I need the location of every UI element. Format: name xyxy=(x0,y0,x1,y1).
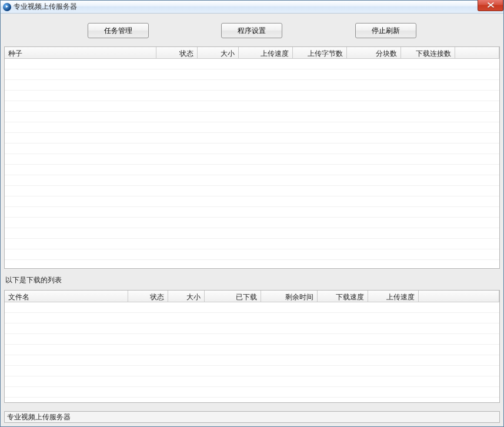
close-icon xyxy=(488,2,494,8)
close-button[interactable] xyxy=(478,0,503,11)
table-row[interactable] xyxy=(5,387,499,398)
table-row[interactable] xyxy=(5,196,499,207)
client-area: 任务管理 程序设置 停止刷新 种子 状态 大小 上传速度 上传字节数 分块数 下… xyxy=(1,14,503,426)
col-dl-status[interactable]: 状态 xyxy=(128,291,168,302)
titlebar[interactable]: 专业视频上传服务器 xyxy=(1,1,503,14)
col-upload-speed[interactable]: 上传速度 xyxy=(239,47,293,58)
download-grid-body[interactable] xyxy=(5,302,499,402)
table-row[interactable] xyxy=(5,355,499,366)
upload-grid[interactable]: 种子 状态 大小 上传速度 上传字节数 分块数 下载连接数 xyxy=(5,47,499,268)
col-chunks[interactable]: 分块数 xyxy=(347,47,401,58)
table-row[interactable] xyxy=(5,91,499,101)
table-row[interactable] xyxy=(5,218,499,228)
app-icon xyxy=(3,3,11,11)
table-row[interactable] xyxy=(5,334,499,345)
upload-grid-body[interactable] xyxy=(5,59,499,268)
table-row[interactable] xyxy=(5,101,499,112)
table-row[interactable] xyxy=(5,345,499,355)
table-row[interactable] xyxy=(5,376,499,387)
download-grid-header[interactable]: 文件名 状态 大小 已下载 剩余时间 下载速度 上传速度 xyxy=(5,291,499,302)
table-row[interactable] xyxy=(5,207,499,218)
col-dl-tail[interactable] xyxy=(419,291,499,302)
table-row[interactable] xyxy=(5,228,499,239)
statusbar-text: 专业视频上传服务器 xyxy=(7,412,71,422)
col-download-connections[interactable]: 下载连接数 xyxy=(401,47,455,58)
col-remaining-time[interactable]: 剩余时间 xyxy=(261,291,318,302)
table-row[interactable] xyxy=(5,133,499,144)
table-row[interactable] xyxy=(5,112,499,122)
download-section-label: 以下是下载的列表 xyxy=(4,271,500,288)
table-row[interactable] xyxy=(5,366,499,376)
table-row[interactable] xyxy=(5,302,499,313)
window-title: 专业视频上传服务器 xyxy=(14,2,77,12)
table-row[interactable] xyxy=(5,122,499,133)
table-row[interactable] xyxy=(5,175,499,186)
upload-grid-header[interactable]: 种子 状态 大小 上传速度 上传字节数 分块数 下载连接数 xyxy=(5,47,499,59)
task-manager-button[interactable]: 任务管理 xyxy=(88,23,149,38)
download-grid[interactable]: 文件名 状态 大小 已下载 剩余时间 下载速度 上传速度 xyxy=(5,291,499,402)
table-row[interactable] xyxy=(5,165,499,175)
table-row[interactable] xyxy=(5,239,499,249)
col-tail[interactable] xyxy=(455,47,499,58)
statusbar: 专业视频上传服务器 xyxy=(4,411,500,423)
table-row[interactable] xyxy=(5,313,499,323)
table-row[interactable] xyxy=(5,323,499,334)
col-download-speed[interactable]: 下载速度 xyxy=(318,291,368,302)
table-row[interactable] xyxy=(5,186,499,196)
col-size[interactable]: 大小 xyxy=(198,47,239,58)
upload-list-pane: 种子 状态 大小 上传速度 上传字节数 分块数 下载连接数 xyxy=(4,46,500,269)
col-upload-bytes[interactable]: 上传字节数 xyxy=(293,47,347,58)
download-list-pane: 文件名 状态 大小 已下载 剩余时间 下载速度 上传速度 xyxy=(4,290,500,403)
stop-refresh-button[interactable]: 停止刷新 xyxy=(355,23,416,38)
app-window: 专业视频上传服务器 任务管理 程序设置 停止刷新 种子 状态 大小 上传速度 上… xyxy=(0,0,504,427)
col-status[interactable]: 状态 xyxy=(156,47,198,58)
table-row[interactable] xyxy=(5,249,499,260)
col-seed[interactable]: 种子 xyxy=(5,47,156,58)
toolbar: 任务管理 程序设置 停止刷新 xyxy=(4,17,500,44)
table-row[interactable] xyxy=(5,154,499,165)
col-filename[interactable]: 文件名 xyxy=(5,291,128,302)
col-dl-size[interactable]: 大小 xyxy=(168,291,205,302)
col-downloaded[interactable]: 已下载 xyxy=(205,291,261,302)
table-row[interactable] xyxy=(5,144,499,154)
table-row[interactable] xyxy=(5,80,499,91)
col-dl-upload-speed[interactable]: 上传速度 xyxy=(368,291,419,302)
settings-button[interactable]: 程序设置 xyxy=(221,23,282,38)
table-row[interactable] xyxy=(5,59,499,69)
table-row[interactable] xyxy=(5,69,499,80)
